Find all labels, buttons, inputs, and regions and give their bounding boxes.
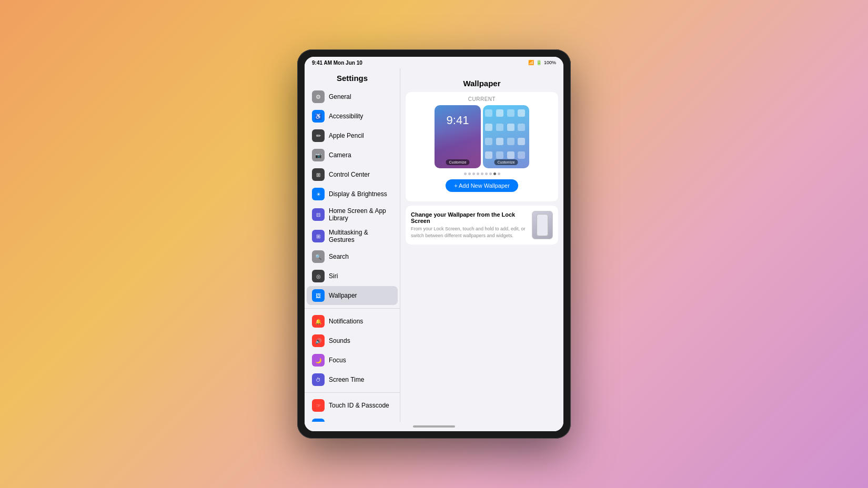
app-mini-5 bbox=[485, 124, 492, 131]
search-icon: 🔍 bbox=[312, 250, 325, 263]
accessibility-label: Accessibility bbox=[329, 113, 363, 120]
sidebar-item-home-screen[interactable]: ⊟ Home Screen & App Library bbox=[307, 204, 398, 225]
screen-time-label: Screen Time bbox=[329, 376, 364, 383]
wallpaper-dots bbox=[410, 172, 554, 175]
sounds-icon: 🔊 bbox=[312, 334, 325, 347]
control-center-label: Control Center bbox=[329, 171, 370, 178]
sidebar-item-screen-time[interactable]: ⏱ Screen Time bbox=[307, 370, 398, 389]
notifications-label: Notifications bbox=[329, 318, 363, 325]
dot-3 bbox=[472, 172, 475, 175]
app-mini-2 bbox=[496, 109, 503, 117]
app-mini-6 bbox=[496, 124, 503, 131]
touch-id-label: Touch ID & Passcode bbox=[329, 402, 389, 409]
sidebar-item-siri[interactable]: ◎ Siri bbox=[307, 267, 398, 286]
app-mini-11 bbox=[507, 138, 514, 145]
dot-2 bbox=[468, 172, 471, 175]
battery-percent: 100% bbox=[544, 60, 556, 65]
camera-icon: 📷 bbox=[312, 149, 325, 161]
app-mini-3 bbox=[507, 109, 514, 117]
focus-label: Focus bbox=[329, 357, 346, 364]
dot-6 bbox=[485, 172, 488, 175]
dot-5 bbox=[481, 172, 483, 175]
sidebar-item-wallpaper[interactable]: 🖼 Wallpaper bbox=[307, 286, 398, 305]
wallpaper-info-thumbnail bbox=[532, 211, 553, 239]
status-bar: 9:41 AM Mon Jun 10 📶 🔋 100% bbox=[305, 57, 563, 68]
sidebar-item-accessibility[interactable]: ♿ Accessibility bbox=[307, 107, 398, 126]
control-center-icon: ⊞ bbox=[312, 168, 325, 181]
home-screen-preview[interactable]: Customize bbox=[483, 105, 529, 168]
accessibility-icon: ♿ bbox=[312, 110, 325, 123]
app-mini-8 bbox=[518, 124, 525, 131]
app-mini-12 bbox=[518, 138, 525, 145]
wallpaper-label: Wallpaper bbox=[329, 292, 357, 299]
sidebar-item-multitasking[interactable]: ⊞ Multitasking & Gestures bbox=[307, 226, 398, 247]
sidebar-item-display[interactable]: ☀ Display & Brightness bbox=[307, 185, 398, 204]
status-icons: 📶 🔋 100% bbox=[528, 60, 556, 65]
ipad-screen: 9:41 AM Mon Jun 10 📶 🔋 100% Settings ⚙ G… bbox=[305, 57, 563, 431]
divider-1 bbox=[305, 308, 400, 309]
display-icon: ☀ bbox=[312, 188, 325, 200]
wallpaper-icon: 🖼 bbox=[312, 289, 325, 302]
home-indicator-area bbox=[305, 422, 563, 431]
main-title: Wallpaper bbox=[406, 74, 558, 92]
sidebar-item-camera[interactable]: 📷 Camera bbox=[307, 146, 398, 165]
display-label: Display & Brightness bbox=[329, 190, 387, 198]
app-mini-10 bbox=[496, 138, 503, 145]
wallpaper-info-card: Change your Wallpaper from the Lock Scre… bbox=[406, 206, 558, 245]
screen-time-icon: ⏱ bbox=[312, 373, 325, 386]
focus-icon: 🌙 bbox=[312, 354, 325, 367]
app-mini-14 bbox=[496, 151, 503, 159]
lock-customize-btn[interactable]: Customize bbox=[446, 159, 469, 165]
home-customize-btn[interactable]: Customize bbox=[494, 159, 518, 165]
sidebar-section-3: ☞ Touch ID & Passcode 🤚 Privacy & Securi… bbox=[305, 396, 400, 422]
wifi-icon: 📶 bbox=[528, 60, 534, 65]
sidebar-title: Settings bbox=[305, 68, 400, 87]
home-screen-icon: ⊟ bbox=[312, 208, 325, 221]
dot-7 bbox=[489, 172, 492, 175]
dot-4 bbox=[477, 172, 479, 175]
sidebar-item-touch-id[interactable]: ☞ Touch ID & Passcode bbox=[307, 396, 398, 415]
home-screen-label: Home Screen & App Library bbox=[329, 207, 392, 222]
sidebar-item-notifications[interactable]: 🔔 Notifications bbox=[307, 312, 398, 331]
touch-id-icon: ☞ bbox=[312, 399, 325, 412]
search-label: Search bbox=[329, 253, 349, 260]
general-icon: ⚙ bbox=[312, 90, 325, 103]
wallpaper-info-title: Change your Wallpaper from the Lock Scre… bbox=[411, 211, 527, 224]
sidebar-item-privacy[interactable]: 🤚 Privacy & Security bbox=[307, 415, 398, 422]
divider-2 bbox=[305, 392, 400, 393]
lock-screen-time: 9:41 bbox=[447, 114, 469, 127]
general-label: General bbox=[329, 93, 351, 100]
battery-icon: 🔋 bbox=[536, 60, 542, 65]
ipad-device: 9:41 AM Mon Jun 10 📶 🔋 100% Settings ⚙ G… bbox=[297, 49, 571, 439]
status-time: 9:41 AM Mon Jun 10 bbox=[312, 60, 362, 66]
wallpaper-info-text: Change your Wallpaper from the Lock Scre… bbox=[411, 211, 527, 239]
sidebar-item-search[interactable]: 🔍 Search bbox=[307, 247, 398, 266]
apple-pencil-icon: ✏ bbox=[312, 129, 325, 142]
sidebar-item-general[interactable]: ⚙ General bbox=[307, 87, 398, 106]
dot-9 bbox=[498, 172, 500, 175]
wallpaper-card-section: CURRENT 9:41 Customize bbox=[406, 92, 558, 201]
sidebar-item-sounds[interactable]: 🔊 Sounds bbox=[307, 331, 398, 350]
home-indicator bbox=[413, 425, 455, 428]
app-mini-7 bbox=[507, 124, 514, 131]
siri-icon: ◎ bbox=[312, 270, 325, 282]
wallpaper-previews: 9:41 Customize bbox=[410, 105, 554, 168]
info-card-container: Change your Wallpaper from the Lock Scre… bbox=[406, 206, 558, 245]
sidebar-item-apple-pencil[interactable]: ✏ Apple Pencil bbox=[307, 126, 398, 145]
notifications-icon: 🔔 bbox=[312, 315, 325, 328]
sidebar-item-focus[interactable]: 🌙 Focus bbox=[307, 351, 398, 370]
sidebar-item-control-center[interactable]: ⊞ Control Center bbox=[307, 165, 398, 184]
dot-8 bbox=[493, 172, 496, 175]
wallpaper-current-label: CURRENT bbox=[410, 96, 554, 102]
app-mini-4 bbox=[518, 109, 525, 117]
lock-screen-preview[interactable]: 9:41 Customize bbox=[435, 105, 481, 168]
app-mini-13 bbox=[485, 151, 492, 159]
main-content: Wallpaper CURRENT 9:41 Customize bbox=[400, 68, 563, 422]
camera-label: Camera bbox=[329, 151, 351, 159]
sidebar-section-1: ⚙ General ♿ Accessibility ✏ Apple Pencil… bbox=[305, 87, 400, 305]
wallpaper-info-desc: From your Lock Screen, touch and hold to… bbox=[411, 226, 527, 239]
multitasking-icon: ⊞ bbox=[312, 230, 325, 242]
sidebar: Settings ⚙ General ♿ Accessibility ✏ App… bbox=[305, 68, 400, 422]
multitasking-label: Multitasking & Gestures bbox=[329, 229, 392, 243]
add-wallpaper-button[interactable]: + Add New Wallpaper bbox=[446, 179, 518, 192]
